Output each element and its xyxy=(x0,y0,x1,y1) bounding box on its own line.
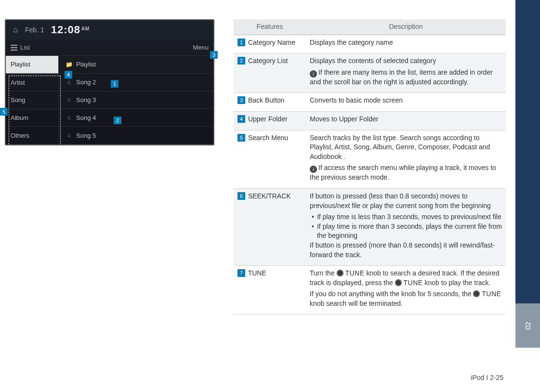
header-features: Features xyxy=(234,19,306,35)
info-icon: i xyxy=(310,166,317,173)
right-header-text: Playlist xyxy=(76,61,96,68)
bullet-text: If play time is less than 3 seconds, mov… xyxy=(317,212,501,222)
tune-knob-icon xyxy=(473,290,480,297)
bullet-text: If play time is more than 3 seconds, pla… xyxy=(317,222,502,241)
side-tabs: 02 xyxy=(515,0,540,392)
callout-5: 5 xyxy=(0,108,8,116)
status-time-ampm: AM xyxy=(81,26,90,31)
svg-text:4: 4 xyxy=(240,116,243,122)
screenshot-area: ⌂ Feb. 1 12:08AM List Menu Playlist Arti… xyxy=(5,19,214,373)
song-label: Song 5 xyxy=(76,132,96,139)
table-row: 4 Upper Folder Moves to Upper Folder xyxy=(234,111,506,130)
page-footer: iPod I 2-25 xyxy=(471,374,503,381)
page-content: ⌂ Feb. 1 12:08AM List Menu Playlist Arti… xyxy=(0,0,515,392)
left-category-column: Playlist Artist Song Album Others xyxy=(6,56,59,144)
status-date: Feb. 1 xyxy=(25,26,44,34)
status-bar: ⌂ Feb. 1 12:08AM xyxy=(6,20,213,39)
note-icon: ♫ xyxy=(66,132,72,139)
header-description: Description xyxy=(306,19,506,35)
desc-text: Moves to Upper Folder xyxy=(310,115,502,124)
callout-3: 3 xyxy=(210,51,218,59)
svg-text:1: 1 xyxy=(240,39,243,45)
menu-label[interactable]: Menu xyxy=(193,44,209,51)
tune-line-3: If you do not anything with the knob for… xyxy=(310,289,502,308)
left-item-artist[interactable]: Artist xyxy=(6,74,58,92)
num-badge-4: 4 xyxy=(237,115,245,123)
tune-knob-icon xyxy=(337,270,343,276)
desc-text: Search tracks by the list type. Search s… xyxy=(310,133,502,162)
features-table: Features Description 1 Category Name Dis… xyxy=(234,19,506,373)
num-badge-2: 2 xyxy=(237,57,245,65)
desc-text: If button is pressed (less than 0.8 seco… xyxy=(310,192,502,210)
table-row: 6 SEEK/TRACK If button is pressed (less … xyxy=(234,188,506,265)
svg-text:1: 1 xyxy=(113,81,116,87)
left-item-album[interactable]: Album xyxy=(6,109,58,127)
callout-1: 1 xyxy=(111,80,119,88)
svg-text:7: 7 xyxy=(240,270,243,276)
note-icon: ♫ xyxy=(66,79,72,86)
info-note-text: If access the search menu while playing … xyxy=(310,164,496,181)
tune-word: TUNE xyxy=(482,290,501,298)
svg-text:6: 6 xyxy=(240,193,243,199)
svg-text:2: 2 xyxy=(240,58,243,64)
num-badge-7: 7 xyxy=(237,269,245,277)
callout-4: 4 xyxy=(65,71,72,78)
device-screenshot: ⌂ Feb. 1 12:08AM List Menu Playlist Arti… xyxy=(5,19,214,145)
right-content-column: 📁 Playlist ♫Song 2 ♫Song 3 ♫Song 4 ♫Song… xyxy=(59,56,213,144)
num-badge-1: 1 xyxy=(237,39,245,46)
side-tab-chapter: 02 xyxy=(515,303,540,348)
bullet-item: •If play time is more than 3 seconds, pl… xyxy=(310,222,502,241)
callout-2: 2 xyxy=(114,117,121,124)
list-label: List xyxy=(20,44,30,51)
tune-word: TUNE xyxy=(404,279,423,287)
tune-knob-icon xyxy=(395,279,402,286)
song-label: Song 4 xyxy=(76,114,96,121)
tune-word: TUNE xyxy=(345,269,364,277)
info-note: iIf there are many items in the list, it… xyxy=(310,68,502,87)
table-row: 7 TUNE Turn the TUNE knob to search a de… xyxy=(234,266,506,314)
svg-text:2: 2 xyxy=(116,118,119,123)
side-tab-label: 02 xyxy=(524,322,532,330)
num-badge-3: 3 xyxy=(237,96,245,104)
left-item-others[interactable]: Others xyxy=(6,127,58,144)
feature-name: Category List xyxy=(248,57,288,65)
info-note-text: If there are many items in the list, ite… xyxy=(310,68,493,86)
svg-text:4: 4 xyxy=(67,72,70,78)
table-row: 5 Search Menu Search tracks by the list … xyxy=(234,130,506,188)
bullet-item: •If play time is less than 3 seconds, mo… xyxy=(310,212,502,222)
svg-text:3: 3 xyxy=(212,52,215,58)
right-item[interactable]: ♫Song 4 xyxy=(59,109,213,127)
svg-text:5: 5 xyxy=(240,135,243,141)
left-item-playlist[interactable]: Playlist xyxy=(6,56,58,74)
desc-text-after: If button is pressed (more than 0.8 seco… xyxy=(310,241,502,260)
tune-line-1: Turn the TUNE knob to search a desired t… xyxy=(310,269,502,287)
feature-name: Back Button xyxy=(248,96,285,104)
num-badge-5: 5 xyxy=(237,134,245,142)
status-time-value: 12:08 xyxy=(51,24,80,36)
left-item-song[interactable]: Song xyxy=(6,91,58,109)
feature-name: Search Menu xyxy=(248,134,288,142)
song-label: Song 3 xyxy=(76,96,96,104)
folder-up-icon: 📁 xyxy=(66,61,72,68)
note-icon: ♫ xyxy=(66,96,72,103)
feature-name: Upper Folder xyxy=(248,115,288,123)
desc-text: Displays the category name xyxy=(310,38,502,48)
desc-text: Converts to basic mode screen xyxy=(310,96,502,105)
table-row: 3 Back Button Converts to basic mode scr… xyxy=(234,93,506,112)
song-label: Song 2 xyxy=(76,78,96,86)
right-header-row[interactable]: 📁 Playlist xyxy=(59,56,213,74)
feature-name: SEEK/TRACK xyxy=(248,192,291,200)
right-item[interactable]: ♫Song 3 xyxy=(59,91,213,109)
feature-name: Category Name xyxy=(248,39,295,46)
side-tab-dark xyxy=(515,0,540,303)
svg-text:5: 5 xyxy=(2,109,5,115)
table-row: 1 Category Name Displays the category na… xyxy=(234,35,506,53)
sub-bar: List Menu xyxy=(6,39,213,56)
list-icon xyxy=(11,45,17,51)
right-item[interactable]: ♫Song 5 xyxy=(59,127,213,144)
info-icon: i xyxy=(310,70,317,78)
desc-text: Displays the contents of selected catego… xyxy=(310,56,502,66)
right-item[interactable]: ♫Song 2 xyxy=(59,74,213,91)
screenshot-body: Playlist Artist Song Album Others 📁 Play… xyxy=(6,56,213,144)
table-row: 2 Category List Displays the contents of… xyxy=(234,53,506,93)
